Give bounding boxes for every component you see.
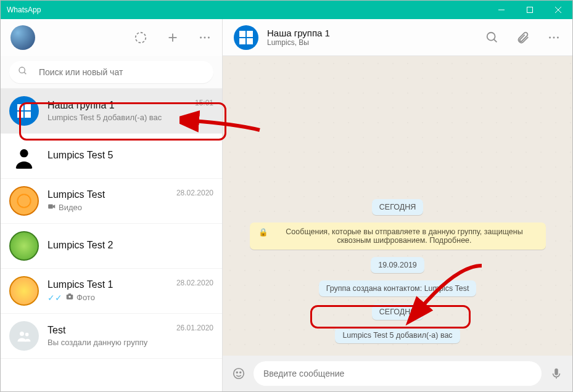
svg-rect-16 [68, 293, 72, 295]
chat-item-group1[interactable]: Наша группа 1 Lumpics Test 5 добавил(-а)… [1, 89, 222, 134]
svg-point-10 [19, 67, 25, 73]
chat-time: 15:01 [195, 99, 213, 107]
chat-item[interactable]: Lumpics Test 5 [1, 134, 222, 179]
conversation-title: Наша группа 1 [267, 28, 485, 38]
chat-text: Lumpics Test 1 ✓✓ Фото [47, 279, 176, 303]
windows-icon [17, 104, 31, 118]
composer [223, 356, 572, 391]
system-message: Группа создана контактом: Lumpics Test [319, 280, 477, 296]
svg-point-9 [208, 37, 210, 39]
chat-preview-text: Фото [76, 293, 95, 302]
chat-preview: Lumpics Test 5 добавил(-а) вас [47, 113, 195, 122]
conversation-header[interactable]: Наша группа 1 Lumpics, Вы [223, 19, 572, 56]
date-pill: СЕГОДНЯ [372, 199, 423, 215]
sidebar-header-icons [133, 30, 212, 45]
minimize-button[interactable] [487, 1, 516, 19]
svg-point-4 [136, 33, 146, 43]
app-body: Наша группа 1 Lumpics Test 5 добавил(-а)… [1, 19, 572, 391]
conversation-subtitle: Lumpics, Вы [267, 38, 485, 47]
svg-line-20 [494, 39, 497, 42]
svg-point-24 [234, 369, 244, 379]
svg-point-15 [68, 296, 71, 298]
chat-item[interactable]: Test Вы создали данную группу 26.01.2020 [1, 314, 222, 359]
chat-item[interactable]: Lumpics Test Видео 28.02.2020 [1, 179, 222, 224]
search-in-chat-icon[interactable] [485, 30, 500, 45]
chat-item[interactable]: Lumpics Test 1 ✓✓ Фото 28.02.2020 [1, 269, 222, 314]
chat-name: Lumpics Test 5 [47, 150, 213, 161]
chat-text: Lumpics Test 2 [47, 240, 213, 253]
svg-point-22 [553, 36, 555, 38]
search-field[interactable] [9, 61, 213, 83]
emoji-icon[interactable] [231, 366, 246, 381]
search-input[interactable] [39, 67, 205, 77]
svg-point-17 [20, 332, 24, 336]
svg-point-12 [20, 149, 28, 157]
chat-name: Lumpics Test [47, 189, 176, 200]
video-icon [47, 202, 56, 213]
conversation-avatar [234, 25, 258, 50]
conversation-header-text: Наша группа 1 Lumpics, Вы [267, 28, 485, 47]
contact-avatar [9, 231, 39, 261]
svg-rect-1 [527, 7, 533, 13]
group-avatar [9, 321, 39, 351]
close-button[interactable] [544, 1, 572, 19]
new-chat-icon[interactable] [165, 30, 180, 45]
conversation-panel: Наша группа 1 Lumpics, Вы [223, 19, 572, 391]
date-pill: СЕГОДНЯ [372, 304, 423, 320]
window-controls [487, 1, 572, 19]
sidebar: Наша группа 1 Lumpics Test 5 добавил(-а)… [1, 19, 223, 391]
contact-avatar [9, 186, 39, 216]
chat-time: 28.02.2020 [176, 189, 213, 197]
message-input[interactable] [254, 361, 542, 386]
svg-line-11 [24, 72, 26, 74]
contact-avatar [9, 141, 39, 171]
menu-icon[interactable] [197, 30, 212, 45]
windows-icon [239, 31, 253, 44]
conversation-header-icons [485, 30, 561, 45]
contact-avatar [9, 276, 39, 306]
system-message-added: Lumpics Test 5 добавил(-а) вас [335, 327, 460, 343]
date-pill: 19.09.2019 [371, 257, 424, 273]
camera-icon [65, 292, 74, 303]
maximize-button[interactable] [516, 1, 544, 19]
svg-rect-27 [554, 369, 558, 375]
conversation-menu-icon[interactable] [546, 30, 561, 45]
chat-name: Test [47, 325, 176, 336]
chat-text: Lumpics Test Видео [47, 189, 176, 213]
svg-point-8 [204, 37, 206, 39]
chat-item[interactable]: Lumpics Test 2 [1, 224, 222, 269]
svg-point-7 [200, 37, 202, 39]
encryption-notice[interactable]: 🔒 Сообщения, которые вы отправляете в да… [250, 223, 546, 250]
chat-text: Наша группа 1 Lumpics Test 5 добавил(-а)… [47, 100, 195, 122]
chat-preview: ✓✓ Фото [47, 292, 176, 303]
chat-time: 28.02.2020 [176, 279, 213, 287]
read-tick-icon: ✓✓ [47, 293, 62, 303]
status-icon[interactable] [133, 30, 148, 45]
chat-text: Test Вы создали данную группу [47, 325, 176, 347]
chat-preview: Видео [47, 202, 176, 213]
group-avatar [9, 96, 39, 126]
window-title: WhatsApp [7, 6, 41, 14]
chat-time: 26.01.2020 [176, 324, 213, 332]
chat-text: Lumpics Test 5 [47, 150, 213, 163]
search-bar [1, 56, 222, 89]
mic-icon[interactable] [549, 366, 564, 381]
chat-preview: Вы создали данную группу [47, 338, 176, 347]
svg-point-18 [25, 333, 29, 337]
svg-point-26 [240, 372, 241, 373]
spacer [235, 68, 560, 192]
svg-rect-13 [48, 205, 53, 209]
svg-point-19 [487, 32, 495, 40]
encryption-text: Сообщения, которые вы отправляете в данн… [272, 227, 537, 245]
chat-list[interactable]: Наша группа 1 Lumpics Test 5 добавил(-а)… [1, 89, 222, 391]
messages-area[interactable]: СЕГОДНЯ 🔒 Сообщения, которые вы отправля… [223, 56, 572, 356]
lock-icon: 🔒 [258, 227, 268, 237]
attach-icon[interactable] [516, 30, 530, 45]
sidebar-header [1, 19, 222, 56]
app-window: WhatsApp [0, 0, 573, 392]
svg-point-25 [236, 372, 237, 373]
titlebar: WhatsApp [1, 1, 572, 19]
my-avatar[interactable] [10, 25, 35, 50]
svg-point-21 [549, 36, 551, 38]
chat-name: Lumpics Test 1 [47, 279, 176, 290]
